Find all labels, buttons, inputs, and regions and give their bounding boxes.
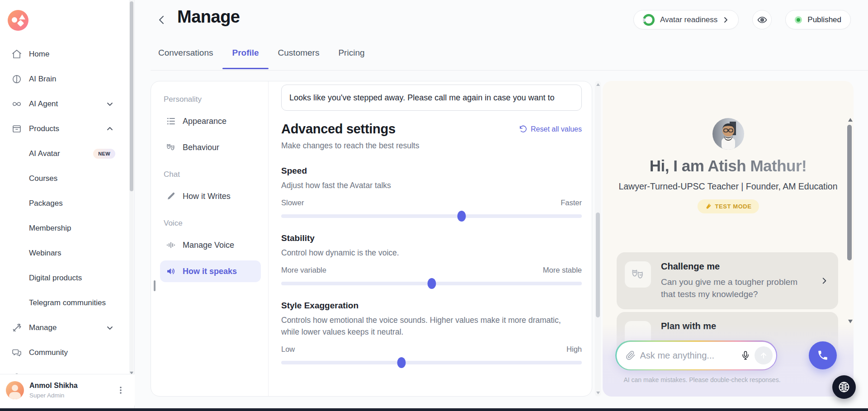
page-title: Manage — [177, 7, 240, 27]
inner-nav-divider — [268, 81, 269, 396]
sidebar-item-products[interactable]: Products — [0, 116, 129, 141]
card-title: Challenge me — [661, 261, 810, 272]
style-exaggeration-slider[interactable] — [281, 361, 582, 364]
section-label-personality: Personality — [164, 95, 261, 104]
settings-nav-how-it-writes[interactable]: How it Writes — [160, 185, 261, 207]
masks-icon — [165, 142, 176, 153]
assistant-preview-panel: Hi, I am Atish Mathur! Lawyer-Turned-UPS… — [603, 81, 854, 397]
assistant-subtitle: Lawyer-Turned-UPSC Teacher | Founder, AM… — [603, 181, 854, 192]
sidebar-item-label: Webinars — [29, 249, 61, 258]
settings-nav: Personality Appearance Behaviour Chat Ho… — [151, 81, 268, 287]
chevron-down-icon — [106, 100, 113, 108]
language-globe-button[interactable] — [832, 375, 856, 399]
stability-slider[interactable] — [281, 282, 582, 285]
call-button[interactable] — [809, 341, 837, 369]
infinity-icon — [11, 99, 22, 109]
new-badge: NEW — [93, 149, 115, 159]
slider-min-label: More variable — [281, 266, 326, 274]
sidebar-scrollbar[interactable] — [129, 0, 134, 375]
settings-scrollbar-down-arrow[interactable] — [596, 392, 600, 394]
settings-nav-manage-voice[interactable]: Manage Voice — [160, 234, 261, 256]
logo-circle-shape — [12, 17, 17, 23]
settings-nav-appearance[interactable]: Appearance — [160, 110, 261, 132]
settings-nav-label: How it Writes — [183, 192, 231, 201]
avatar-photo — [712, 118, 744, 150]
preview-eye-button[interactable] — [752, 10, 772, 29]
sidebar-item-digital-products[interactable]: Digital products — [0, 265, 129, 290]
reset-icon — [519, 125, 527, 133]
paperclip-icon[interactable] — [626, 350, 636, 360]
suggestion-card-challenge-me[interactable]: Challenge me Can you give me a tougher p… — [617, 252, 838, 309]
reset-all-values-button[interactable]: Reset all values — [519, 125, 582, 133]
slider-max-label: More stable — [543, 266, 582, 274]
assistant-greeting: Hi, I am Atish Mathur! — [603, 157, 854, 175]
sidebar-item-courses[interactable]: Courses — [0, 166, 129, 191]
list-icon — [165, 116, 176, 127]
tab-conversations[interactable]: Conversations — [158, 45, 213, 61]
sidebar-item-label: Products — [29, 124, 59, 133]
sidebar-item-ai-agent[interactable]: AI Agent — [0, 91, 129, 116]
speaker-icon — [165, 266, 176, 277]
sidebar-item-webinars[interactable]: Webinars — [0, 241, 129, 265]
sidebar-item-home[interactable]: Home — [0, 42, 129, 66]
tab-profile[interactable]: Profile — [232, 45, 259, 61]
advanced-settings-title: Advanced settings — [281, 122, 396, 137]
sidebar-item-ai-brain[interactable]: AI Brain — [0, 66, 129, 91]
settings-nav-label: Appearance — [183, 117, 226, 126]
chevron-right-icon — [722, 16, 729, 24]
settings-scrollbar[interactable] — [595, 81, 601, 397]
ask-me-anything-input[interactable] — [640, 350, 738, 361]
tab-customers[interactable]: Customers — [278, 45, 320, 61]
speed-setting: Speed Adjust how fast the Avatar talks S… — [281, 166, 582, 218]
main-area: Manage Avatar readiness Published Conver… — [135, 0, 868, 408]
published-dot-icon — [795, 16, 802, 24]
away-message-input[interactable] — [281, 85, 582, 111]
settings-nav-behaviour[interactable]: Behaviour — [160, 137, 261, 158]
settings-scrollbar-thumb[interactable] — [596, 213, 600, 317]
avatar-readiness-pill[interactable]: Avatar readiness — [633, 10, 739, 29]
slider-max-label: Faster — [561, 198, 582, 207]
user-avatar — [6, 381, 24, 399]
eye-icon — [757, 14, 768, 25]
kebab-menu-icon[interactable] — [117, 386, 125, 395]
sidebar-item-packages[interactable]: Packages — [0, 191, 129, 216]
sidebar-item-label: AI Agent — [29, 99, 58, 109]
sidebar-item-label: Manage — [29, 323, 57, 332]
slider-description: Control how dynamic is the voice. — [281, 247, 580, 259]
brain-icon — [11, 74, 22, 85]
app-logo[interactable] — [8, 10, 28, 31]
mic-icon[interactable] — [738, 348, 753, 363]
sidebar: Home AI Brain AI Agent Products — [0, 0, 135, 408]
sidebar-item-membership[interactable]: Membership — [0, 216, 129, 241]
published-status-pill[interactable]: Published — [785, 10, 851, 29]
speed-slider-thumb[interactable] — [458, 211, 466, 222]
card-description: Can you give me a tougher problem that t… — [661, 276, 810, 300]
section-label-voice: Voice — [164, 219, 261, 228]
chat-bubbles-icon — [11, 347, 22, 358]
sidebar-item-ai-avatar[interactable]: AI Avatar NEW — [0, 141, 129, 166]
back-button[interactable] — [156, 14, 168, 26]
style-exaggeration-slider-thumb[interactable] — [397, 357, 406, 368]
stability-slider-thumb[interactable] — [427, 278, 436, 289]
sidebar-item-label: Courses — [29, 174, 57, 183]
tab-pricing[interactable]: Pricing — [338, 45, 364, 61]
panel-scrollbar-up-arrow[interactable] — [848, 118, 853, 122]
readiness-donut-icon — [643, 14, 655, 26]
speed-slider[interactable] — [281, 214, 582, 218]
settings-scrollbar-up-arrow[interactable] — [596, 83, 600, 86]
panel-scrollbar-down-arrow[interactable] — [848, 320, 853, 323]
user-name: Anmol Shikha — [29, 382, 78, 390]
phone-icon — [817, 350, 829, 361]
user-footer[interactable]: Anmol Shikha Super Admin — [0, 374, 135, 406]
settings-nav-how-it-speaks[interactable]: How it speaks — [160, 260, 261, 282]
sidebar-item-telegram-communities[interactable]: Telegram communities — [0, 290, 129, 315]
avatar-readiness-label: Avatar readiness — [660, 15, 717, 24]
style-exaggeration-setting: Style Exaggeration Controls how emotiona… — [281, 301, 582, 364]
tab-bar: Conversations Profile Customers Pricing — [158, 45, 365, 61]
sidebar-item-community[interactable]: Community — [0, 340, 129, 365]
settings-nav-label: Behaviour — [183, 143, 219, 152]
panel-scrollbar-thumb[interactable] — [847, 125, 852, 260]
sidebar-scrollbar-thumb[interactable] — [130, 1, 133, 191]
send-button[interactable] — [755, 346, 773, 364]
sidebar-item-manage[interactable]: Manage — [0, 315, 129, 340]
